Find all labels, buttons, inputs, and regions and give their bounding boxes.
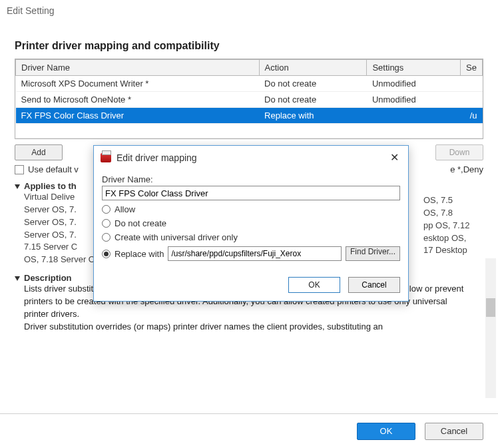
driver-name-input[interactable] bbox=[102, 186, 400, 200]
table-row-selected[interactable]: FX FPS Color Class Driver Replace with /… bbox=[16, 108, 483, 124]
dialog-title: Edit driver mapping bbox=[117, 152, 197, 163]
cell-driver: Microsoft XPS Document Writer * bbox=[16, 76, 260, 92]
applies-right: esktop OS, bbox=[423, 232, 483, 245]
applies-right: OS, 7.5 bbox=[423, 194, 483, 207]
cell-action: Do not create bbox=[259, 92, 367, 108]
printer-icon bbox=[101, 153, 111, 162]
applies-right: OS, 7.8 bbox=[423, 207, 483, 220]
cell-settings bbox=[367, 108, 461, 124]
description-text: Driver substitution overrides (or maps) … bbox=[24, 322, 383, 332]
edit-driver-mapping-dialog: Edit driver mapping ✕ Driver Name: Allow… bbox=[93, 145, 409, 302]
find-driver-button[interactable]: Find Driver... bbox=[346, 246, 400, 261]
scrollbar-thumb[interactable] bbox=[486, 298, 495, 317]
radio-universal-only[interactable] bbox=[102, 233, 111, 242]
dialog-ok-button[interactable]: OK bbox=[288, 277, 340, 293]
radio-replace-with-label: Replace with bbox=[115, 249, 164, 259]
use-default-label-left: Use default v bbox=[28, 164, 79, 174]
cell-driver: Send to Microsoft OneNote * bbox=[16, 92, 260, 108]
description-heading: Description bbox=[24, 273, 72, 283]
radio-allow[interactable] bbox=[102, 205, 111, 214]
col-header-action[interactable]: Action bbox=[259, 60, 367, 76]
radio-universal-only-label: Create with universal driver only bbox=[115, 232, 238, 242]
cell-se bbox=[461, 76, 483, 92]
driver-table: Driver Name Action Settings Se Microsoft… bbox=[15, 59, 483, 139]
chevron-down-icon[interactable] bbox=[15, 276, 20, 281]
window-title: Edit Setting bbox=[0, 0, 498, 19]
driver-name-label: Driver Name: bbox=[102, 174, 400, 184]
dialog-cancel-button[interactable]: Cancel bbox=[348, 277, 400, 293]
radio-allow-label: Allow bbox=[115, 204, 135, 214]
down-button: Down bbox=[435, 144, 483, 160]
cell-action: Do not create bbox=[259, 76, 367, 92]
chevron-down-icon[interactable] bbox=[15, 184, 20, 189]
applies-right: pp OS, 7.12 bbox=[423, 220, 483, 232]
ok-button[interactable]: OK bbox=[357, 423, 415, 440]
applies-to-heading: Applies to th bbox=[24, 181, 77, 191]
cell-action: Replace with bbox=[259, 108, 367, 124]
col-header-se[interactable]: Se bbox=[461, 60, 483, 76]
use-default-checkbox[interactable] bbox=[15, 165, 24, 174]
footer: OK Cancel bbox=[0, 413, 498, 448]
cancel-button[interactable]: Cancel bbox=[425, 423, 483, 440]
cell-settings: Unmodified bbox=[367, 92, 461, 108]
table-row[interactable]: Send to Microsoft OneNote * Do not creat… bbox=[16, 92, 483, 108]
scrollbar[interactable] bbox=[485, 258, 496, 398]
col-header-settings[interactable]: Settings bbox=[367, 60, 461, 76]
cell-se: /u bbox=[461, 108, 483, 124]
col-header-driver[interactable]: Driver Name bbox=[16, 60, 260, 76]
close-icon[interactable]: ✕ bbox=[387, 151, 401, 164]
replace-path-input[interactable] bbox=[168, 246, 342, 261]
applies-right: 17 Desktop bbox=[423, 244, 483, 257]
table-row[interactable]: Microsoft XPS Document Writer * Do not c… bbox=[16, 76, 483, 92]
add-button[interactable]: Add bbox=[15, 144, 63, 160]
radio-replace-with[interactable] bbox=[102, 250, 111, 258]
cell-settings: Unmodified bbox=[367, 76, 461, 92]
radio-do-not-create[interactable] bbox=[102, 219, 111, 228]
table-row-empty bbox=[16, 124, 483, 138]
cell-driver: FX FPS Color Class Driver bbox=[16, 108, 260, 124]
cell-se bbox=[461, 92, 483, 108]
use-default-label-right: e *,Deny bbox=[450, 164, 483, 174]
section-title: Printer driver mapping and compatibility bbox=[15, 40, 483, 52]
radio-do-not-create-label: Do not create bbox=[115, 218, 166, 228]
